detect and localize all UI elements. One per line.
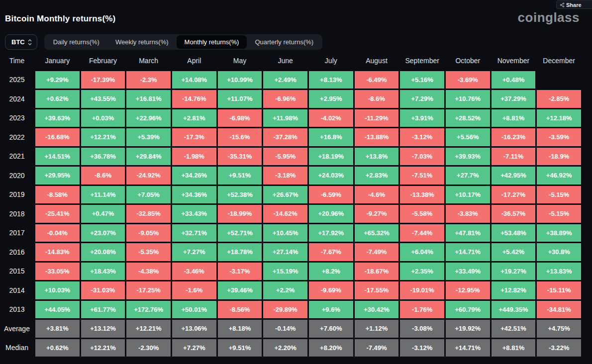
cell-median-november: +8.81% bbox=[492, 339, 536, 357]
cell-2024-february: +43.55% bbox=[81, 90, 125, 108]
share-button[interactable]: Share bbox=[556, 0, 592, 9]
cell-2025-december bbox=[537, 71, 581, 89]
cell-2025-march: -2.3% bbox=[126, 71, 171, 89]
cell-2023-february: +0.03% bbox=[81, 109, 125, 127]
row-label-2025: 2025 bbox=[0, 71, 34, 89]
cell-2024-january: +0.62% bbox=[35, 90, 80, 108]
row-label-average: Average bbox=[0, 320, 34, 338]
cell-2018-august: -9.27% bbox=[355, 205, 399, 223]
cell-2024-june: -6.96% bbox=[263, 90, 307, 108]
cell-2019-may: +52.38% bbox=[218, 186, 262, 204]
cell-2022-august: -13.88% bbox=[355, 128, 399, 146]
cell-2016-october: +14.71% bbox=[446, 243, 490, 261]
cell-2014-may: +39.46% bbox=[218, 281, 262, 299]
row-label-2024: 2024 bbox=[0, 90, 34, 108]
cell-median-june: +2.20% bbox=[263, 339, 307, 357]
cell-2014-april: -1.6% bbox=[172, 281, 216, 299]
tab-quarterly-returns[interactable]: Quarterly returns(%) bbox=[247, 35, 321, 49]
cell-2023-august: -11.29% bbox=[355, 109, 399, 127]
cell-2018-september: -5.58% bbox=[400, 205, 444, 223]
cell-2019-march: +7.05% bbox=[126, 186, 171, 204]
coinglass-logo[interactable]: coinglass bbox=[518, 10, 580, 25]
coin-selector-value: BTC bbox=[11, 38, 25, 46]
cell-2017-july: +17.92% bbox=[309, 224, 353, 242]
cell-2020-november: +42.95% bbox=[492, 167, 536, 184]
cell-2020-may: +9.51% bbox=[218, 167, 262, 184]
cell-2016-march: -5.35% bbox=[126, 243, 171, 261]
cell-2014-november: +12.82% bbox=[492, 281, 536, 299]
cell-2023-march: +22.96% bbox=[126, 109, 171, 127]
cell-2018-april: +33.43% bbox=[172, 205, 216, 223]
cell-2019-october: +10.17% bbox=[446, 186, 490, 204]
cell-2019-november: -17.27% bbox=[492, 186, 536, 204]
cell-2021-november: -7.11% bbox=[492, 148, 536, 166]
tab-weekly-returns[interactable]: Weekly returns(%) bbox=[107, 35, 177, 49]
cell-2013-august: +30.42% bbox=[355, 301, 399, 319]
cell-2016-january: -14.83% bbox=[35, 243, 80, 261]
col-header-may: May bbox=[218, 52, 262, 70]
cell-2020-february: -8.6% bbox=[81, 167, 125, 184]
row-label-2016: 2016 bbox=[0, 243, 34, 261]
cell-2022-may: -15.6% bbox=[218, 128, 262, 146]
cell-2021-august: +13.8% bbox=[355, 148, 399, 166]
cell-2013-february: +61.77% bbox=[81, 301, 125, 319]
cell-average-november: +42.51% bbox=[492, 320, 536, 338]
cell-2023-december: +12.18% bbox=[537, 109, 581, 127]
cell-2025-june: +2.49% bbox=[263, 71, 307, 89]
cell-2020-august: +2.83% bbox=[355, 167, 399, 184]
cell-2018-october: -3.83% bbox=[446, 205, 490, 223]
col-header-september: September bbox=[400, 52, 444, 70]
cell-2015-october: +33.49% bbox=[446, 263, 490, 280]
cell-median-july: +8.20% bbox=[309, 339, 353, 357]
cell-2013-september: -1.76% bbox=[400, 301, 444, 319]
cell-2022-march: +5.39% bbox=[126, 128, 171, 146]
cell-2024-november: +37.29% bbox=[492, 90, 536, 108]
tab-monthly-returns[interactable]: Monthly returns(%) bbox=[177, 35, 247, 49]
cell-2022-january: -16.68% bbox=[35, 128, 80, 146]
col-header-march: March bbox=[126, 52, 171, 70]
cell-2020-april: +34.26% bbox=[172, 167, 216, 184]
cell-2014-february: -31.03% bbox=[81, 281, 125, 299]
cell-median-april: +7.27% bbox=[172, 339, 216, 357]
cell-2022-october: +5.56% bbox=[446, 128, 490, 146]
cell-2024-september: +7.29% bbox=[400, 90, 444, 108]
tab-daily-returns[interactable]: Daily returns(%) bbox=[45, 35, 107, 49]
cell-average-september: -3.08% bbox=[400, 320, 444, 338]
cell-2025-july: +8.13% bbox=[309, 71, 353, 89]
cell-2019-july: -6.59% bbox=[309, 186, 353, 204]
cell-2025-october: -3.69% bbox=[446, 71, 490, 89]
cell-2018-january: -25.41% bbox=[35, 205, 80, 223]
row-label-2019: 2019 bbox=[0, 186, 34, 204]
cell-2015-may: -3.17% bbox=[218, 263, 262, 280]
cell-2013-april: +50.01% bbox=[172, 301, 216, 319]
row-label-median: Median bbox=[0, 339, 34, 357]
cell-2017-september: -7.44% bbox=[400, 224, 444, 242]
cell-2020-january: +29.95% bbox=[35, 167, 80, 184]
cell-2015-march: -4.38% bbox=[126, 263, 171, 280]
coin-selector[interactable]: BTC bbox=[5, 34, 37, 50]
cell-2016-july: -7.67% bbox=[309, 243, 353, 261]
cell-2015-february: +18.43% bbox=[81, 263, 125, 280]
returns-table: TimeJanuaryFebruaryMarchAprilMayJuneJuly… bbox=[0, 52, 581, 357]
row-label-2014: 2014 bbox=[0, 281, 34, 299]
cell-2021-march: +29.84% bbox=[126, 148, 171, 166]
cell-2025-february: -17.39% bbox=[81, 71, 125, 89]
cell-2021-april: -1.98% bbox=[172, 148, 216, 166]
row-label-2020: 2020 bbox=[0, 167, 34, 184]
cell-average-january: +3.81% bbox=[35, 320, 80, 338]
col-header-august: August bbox=[355, 52, 399, 70]
row-label-2023: 2023 bbox=[0, 109, 34, 127]
cell-2022-june: -37.28% bbox=[263, 128, 307, 146]
row-label-2021: 2021 bbox=[0, 148, 34, 166]
cell-2016-april: +7.27% bbox=[172, 243, 216, 261]
row-label-2017: 2017 bbox=[0, 224, 34, 242]
cell-2017-october: +47.81% bbox=[446, 224, 490, 242]
cell-2014-december: -15.11% bbox=[537, 281, 581, 299]
row-label-2022: 2022 bbox=[0, 128, 34, 146]
cell-2018-february: +0.47% bbox=[81, 205, 125, 223]
cell-2014-october: -12.95% bbox=[446, 281, 490, 299]
col-header-february: February bbox=[81, 52, 125, 70]
cell-median-august: -7.49% bbox=[355, 339, 399, 357]
cell-2021-may: -35.31% bbox=[218, 148, 262, 166]
cell-2024-august: -8.6% bbox=[355, 90, 399, 108]
